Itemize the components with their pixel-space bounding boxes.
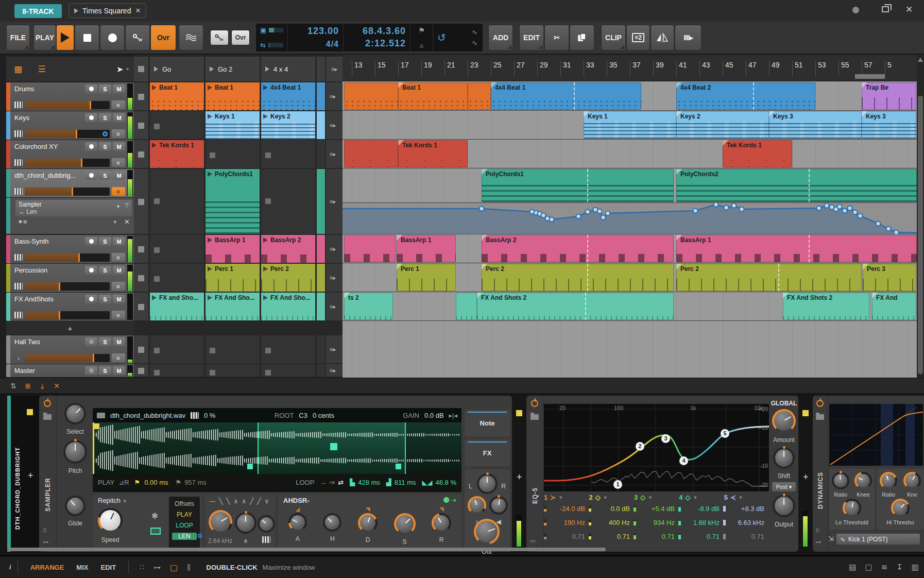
stretch-value[interactable]: 0 %	[204, 412, 215, 419]
volume-slider[interactable]	[25, 188, 110, 196]
solo-button[interactable]: S	[99, 266, 111, 275]
fade-in-icon[interactable]: ∿	[472, 28, 477, 36]
track-menu-button[interactable]: ≡	[112, 253, 125, 262]
swap-tracks-icon[interactable]: ⇅	[7, 380, 20, 392]
automation-point[interactable]	[817, 206, 822, 211]
automation-write-button[interactable]: w	[125, 25, 150, 50]
reverse-icon[interactable]: ⊿R	[118, 479, 129, 486]
solo-button[interactable]: S	[99, 366, 111, 375]
volume-slider[interactable]	[25, 159, 110, 167]
device-power-icon[interactable]	[816, 400, 824, 407]
automation-point[interactable]	[550, 217, 554, 222]
clip-slot[interactable]: BassArp 2	[261, 235, 315, 263]
track-header-keys[interactable]: KeysSM≡	[6, 111, 134, 140]
clip-slot[interactable]: 4x4 Beat 1	[261, 82, 315, 110]
clip-play-icon[interactable]	[208, 266, 212, 271]
arranger-clip[interactable]	[344, 235, 396, 262]
arranger-clip-polychords1[interactable]: PolyChords1	[482, 169, 674, 202]
hamburger-play-icon[interactable]: ≡▸	[330, 93, 336, 100]
eq-band-select-2[interactable]: 2◇▼	[589, 494, 634, 501]
eq-output-knob[interactable]: Output	[773, 495, 795, 528]
file-button[interactable]: FILE	[6, 25, 30, 50]
tempo-cell[interactable]: 123.00 4/4	[288, 24, 344, 52]
close-panel-icon[interactable]: ✕	[50, 380, 63, 392]
mute-button[interactable]: M	[113, 295, 125, 303]
empty-slot[interactable]	[150, 364, 204, 377]
tool-dropdown-icon[interactable]: ▾	[126, 66, 129, 72]
eq-band-select-4[interactable]: 4◇▼	[679, 494, 724, 501]
empty-slot[interactable]	[150, 169, 204, 234]
fx-section-button[interactable]: FX	[465, 439, 510, 466]
copy-button[interactable]	[570, 25, 594, 50]
eq-amount-knob[interactable]: Amount	[772, 409, 796, 444]
automation-point[interactable]	[843, 209, 847, 213]
track-menu-button[interactable]: ≡	[112, 353, 125, 362]
arranger-clip-tek-kords-1[interactable]: Tek Kords 1	[398, 140, 468, 167]
show-chains-icon[interactable]: ≣	[22, 380, 34, 392]
favorites-icon[interactable]: ✶≡	[18, 218, 27, 226]
clip-slot[interactable]: FX and Sho...	[150, 293, 204, 320]
eq-band2-q[interactable]: 0.71	[593, 533, 630, 540]
arranger-lane-dthchord[interactable]: PolyChords1PolyChords2	[343, 169, 917, 203]
automation-point[interactable]	[894, 230, 899, 235]
clip-stop-button[interactable]	[134, 111, 148, 139]
automation-lane[interactable]	[343, 203, 917, 234]
volume-slider[interactable]	[25, 101, 110, 109]
track-scene-menu-icon[interactable]: ≡▸	[326, 335, 343, 363]
arranger-lane-bass[interactable]: BassArp 1BassArp 2BassArp 1	[343, 235, 917, 263]
record-arm-button[interactable]	[85, 237, 97, 246]
clip-button[interactable]: CLIP	[601, 25, 626, 50]
project-badge[interactable]: 8-TRACK	[14, 4, 62, 18]
record-arm-button[interactable]	[85, 171, 97, 180]
mixer-panel-icon[interactable]: ⫼	[187, 563, 190, 572]
track-header-bass-synth[interactable]: Bass-SynthSM≡	[6, 235, 134, 263]
arranger-clip-4x4-beat-1[interactable]: 4x4 Beat 1	[491, 82, 641, 110]
automation-point[interactable]	[732, 203, 737, 208]
hamburger-play-icon[interactable]: ≡▸	[330, 198, 336, 205]
modulation-panel-icon[interactable]: ≋	[881, 563, 888, 572]
scene-play-icon[interactable]	[265, 66, 269, 72]
clip-stop-button[interactable]	[134, 235, 148, 263]
track-scene-menu-icon[interactable]: ≡▸	[326, 169, 343, 234]
arranger-lane-drums[interactable]: Beat 14x4 Beat 14x4 Beat 2Trap Be	[343, 82, 917, 111]
solo-button[interactable]: S	[99, 295, 111, 303]
loop-on-icon[interactable]: ⇒	[329, 479, 335, 486]
vscroll-thumb[interactable]	[918, 96, 923, 374]
env-knob-a[interactable]: ◢A	[288, 506, 307, 546]
clip-play-icon[interactable]	[208, 237, 212, 243]
ruler-scroll-thumb[interactable]	[855, 74, 885, 79]
clip-stop-button[interactable]	[134, 293, 148, 320]
track-scene-menu-icon[interactable]: ≡▸	[326, 140, 343, 168]
play-start-line[interactable]	[93, 422, 94, 474]
edit-button[interactable]: EDIT	[519, 25, 544, 50]
insert-device-button[interactable]: +	[803, 472, 809, 483]
arranger-lane-fxandshots[interactable]: ts 2FX And Shots 2FX And Shots 2FX And	[343, 293, 917, 321]
empty-slot[interactable]	[206, 364, 260, 377]
arranger-clip-bassarp-1[interactable]: BassArp 1	[397, 235, 456, 262]
key-follow-icon[interactable]: ⚈➝	[443, 496, 456, 505]
volume-slider[interactable]	[25, 130, 110, 138]
clip-slot[interactable]: FX And Sho...	[206, 293, 260, 320]
mute-button[interactable]: M	[113, 366, 125, 375]
hamburger-play-icon[interactable]: ≡▸	[330, 246, 336, 252]
device-expand-icon[interactable]: ▭	[530, 538, 535, 545]
eq-mode-select[interactable]: Post ▾	[772, 482, 796, 491]
eq-band4-q[interactable]: 0.71	[682, 533, 720, 540]
eq-band1-gain[interactable]: -24.0 dB	[548, 505, 585, 513]
track-menu-button[interactable]: ≡	[112, 187, 125, 196]
sample-folder-icon[interactable]	[97, 413, 105, 418]
scroll-up-icon[interactable]	[918, 58, 923, 62]
add-device-button[interactable]: +	[28, 470, 33, 481]
track-header-drums[interactable]: DrumsSM≡	[6, 82, 134, 111]
cutoff-knob[interactable]: 2.64 kHz	[208, 510, 232, 545]
volume-slider[interactable]	[25, 311, 110, 319]
glide-knob[interactable]: Glide	[65, 496, 85, 527]
device-panel-hscroll[interactable]	[7, 548, 606, 551]
loop-start-line[interactable]	[258, 422, 259, 474]
loop-end-line[interactable]	[405, 422, 406, 474]
arranger-clip-keys-3[interactable]: Keys 3	[862, 111, 916, 139]
envelope-type-select[interactable]: AHDSR▾	[283, 497, 310, 504]
mute-button[interactable]: M	[113, 337, 125, 346]
arranger-clip-ts-2[interactable]: ts 2	[344, 293, 393, 320]
scene-launch-3[interactable]: 4 x 4	[261, 57, 315, 81]
